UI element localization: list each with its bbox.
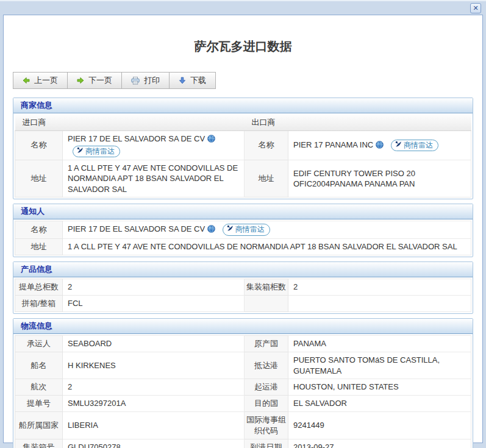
importer-header: 进口商 [15, 115, 245, 131]
notify-address-label: 地址 [15, 238, 63, 255]
page-title: 萨尔瓦多进口数据 [4, 38, 482, 55]
radar-badge-label: 商情雷达 [404, 140, 433, 150]
print-label: 打印 [144, 75, 160, 86]
field-value: 2 [63, 279, 245, 295]
field-label: 拼箱/整箱 [15, 295, 63, 311]
table-row: 提单号 SMLU3297201A 目的国 EL SALVADOR [15, 396, 471, 412]
exporter-address-label: 地址 [245, 160, 288, 197]
import-data-dialog: 萨尔瓦多进口数据 上一页 下一页 打印 下载 商家信息 进口 [3, 15, 483, 443]
section-title: 通知人 [13, 204, 473, 219]
business-radar-badge[interactable]: 商情雷达 [73, 146, 120, 157]
globe-icon[interactable] [207, 226, 215, 235]
field-value: FCL [63, 295, 245, 311]
field-label: 原产国 [245, 335, 288, 352]
field-label: 国际海事组织代码 [245, 412, 288, 439]
field-value: 2013-09-27 [288, 439, 471, 448]
section-notify-party: 通知人 名称 PIER 17 DE EL SALVADOR SA DE CV 商… [13, 204, 473, 257]
field-label: 提单号 [15, 396, 63, 412]
field-label: 目的国 [245, 396, 288, 412]
logistics-table: 承运人 SEABOARD 原产国 PANAMA 船名 H KIRKENES 抵达… [15, 335, 471, 448]
importer-name: PIER 17 DE EL SALVADOR SA DE CV [68, 134, 205, 143]
field-value: 2 [288, 279, 471, 295]
table-row: 承运人 SEABOARD 原产国 PANAMA [15, 335, 471, 352]
notify-name-label: 名称 [15, 221, 63, 239]
table-row: 地址 1 A CLL PTE Y 47 AVE NTE CONDOVILLAS … [15, 238, 471, 255]
radar-dish-icon [395, 140, 402, 150]
field-value: PANAMA [288, 335, 471, 352]
close-icon[interactable]: ✕ [470, 3, 481, 13]
table-row: 航次 2 起运港 HOUSTON, UNITED STATES [15, 379, 471, 396]
field-value: 9241449 [288, 412, 471, 439]
field-label: 抵达港 [245, 352, 288, 379]
section-title: 产品信息 [13, 262, 473, 277]
importer-name-label: 名称 [15, 131, 63, 160]
print-button[interactable]: 打印 [121, 72, 170, 89]
section-merchant-info: 商家信息 进口商 出口商 名称 PIER 17 DE EL SALVADOR S… [13, 98, 473, 199]
field-label: 集装箱柜数 [245, 279, 288, 295]
field-label: 船名 [15, 352, 63, 379]
table-row: 船所属国家 LIBERIA 国际海事组织代码 9241449 [15, 412, 471, 439]
radar-badge-label: 商情雷达 [235, 224, 265, 234]
prev-page-label: 上一页 [34, 75, 58, 86]
exporter-name-label: 名称 [245, 131, 288, 160]
arrow-left-icon [23, 77, 30, 84]
table-row: 提单总柜数 2 集装箱柜数 2 [15, 279, 471, 295]
table-row: 名称 PIER 17 DE EL SALVADOR SA DE CV 商情雷达 … [15, 131, 471, 160]
business-radar-badge[interactable]: 商情雷达 [223, 224, 270, 235]
table-row: 名称 PIER 17 DE EL SALVADOR SA DE CV 商情雷达 [15, 221, 471, 239]
section-product-info: 产品信息 提单总柜数 2 集装箱柜数 2 拼箱/整箱 FCL [13, 261, 473, 314]
next-page-label: 下一页 [88, 75, 112, 86]
importer-address-label: 地址 [15, 160, 63, 197]
table-row: 进口商 出口商 [15, 115, 471, 131]
next-page-button[interactable]: 下一页 [67, 72, 122, 89]
field-value: EL SALVADOR [288, 396, 471, 412]
globe-icon[interactable] [207, 135, 215, 144]
field-label: 到港日期 [245, 439, 288, 448]
field-value: 2 [63, 379, 245, 396]
field-value: PUERTO SANTO TOMáS DE CASTILLA, GUATEMAL… [288, 352, 471, 379]
notify-table: 名称 PIER 17 DE EL SALVADOR SA DE CV 商情雷达 … [15, 221, 471, 255]
field-value: GLDU7050278 [63, 439, 245, 448]
field-value [288, 295, 471, 311]
field-label: 承运人 [15, 335, 63, 352]
arrow-down-icon [179, 77, 186, 84]
notify-address: 1 A CLL PTE Y 47 AVE NTE CONDOVILLAS DE … [63, 238, 471, 255]
download-label: 下载 [190, 75, 206, 86]
field-value: HOUSTON, UNITED STATES [288, 379, 471, 396]
section-title: 物流信息 [13, 319, 473, 334]
exporter-address: EDIF CENTURY TOWER PISO 20 OFIC2004PANAM… [288, 160, 471, 197]
notify-name: PIER 17 DE EL SALVADOR SA DE CV [68, 224, 205, 233]
field-label: 航次 [15, 379, 63, 396]
field-value: LIBERIA [63, 412, 245, 439]
field-label: 起运港 [245, 379, 288, 396]
section-title: 商家信息 [13, 98, 473, 113]
field-label: 船所属国家 [15, 412, 63, 439]
exporter-header: 出口商 [245, 115, 471, 131]
product-table: 提单总柜数 2 集装箱柜数 2 拼箱/整箱 FCL [15, 279, 471, 312]
importer-address: 1 A CLL PTE Y 47 AVE NTE CONDOVILLAS DE … [63, 160, 245, 197]
section-logistics-info: 物流信息 承运人 SEABOARD 原产国 PANAMA 船名 H KIRKEN… [13, 318, 473, 448]
table-row: 集装箱号 GLDU7050278 到港日期 2013-09-27 [15, 439, 471, 448]
field-value: SMLU3297201A [63, 396, 245, 412]
arrow-right-icon [77, 77, 84, 84]
exporter-name: PIER 17 PANAMA INC [293, 140, 373, 149]
table-row: 船名 H KIRKENES 抵达港 PUERTO SANTO TOMáS DE … [15, 352, 471, 379]
field-value: SEABOARD [63, 335, 245, 352]
radar-dish-icon [76, 146, 84, 156]
globe-icon[interactable] [376, 141, 384, 151]
field-label [245, 295, 288, 311]
field-label: 提单总柜数 [15, 279, 63, 295]
radar-dish-icon [226, 224, 234, 234]
download-button[interactable]: 下载 [169, 72, 216, 89]
field-label: 集装箱号 [15, 439, 63, 448]
table-row: 拼箱/整箱 FCL [15, 295, 471, 311]
pager-toolbar: 上一页 下一页 打印 下载 [13, 72, 216, 89]
merchant-table: 进口商 出口商 名称 PIER 17 DE EL SALVADOR SA DE … [15, 115, 471, 197]
printer-icon [131, 77, 140, 85]
business-radar-badge[interactable]: 商情雷达 [391, 140, 438, 151]
prev-page-button[interactable]: 上一页 [13, 72, 68, 89]
radar-badge-label: 商情雷达 [85, 146, 115, 156]
field-value: H KIRKENES [63, 352, 245, 379]
table-row: 地址 1 A CLL PTE Y 47 AVE NTE CONDOVILLAS … [15, 160, 471, 197]
